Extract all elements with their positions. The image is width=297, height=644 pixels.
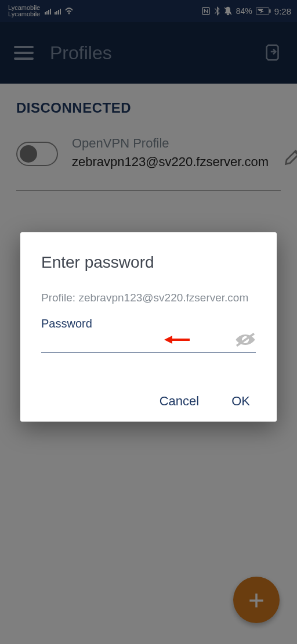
password-input[interactable] <box>41 332 235 350</box>
password-dialog: Enter password Profile: zebravpn123@sv22… <box>20 232 277 422</box>
modal-overlay[interactable]: Enter password Profile: zebravpn123@sv22… <box>0 0 297 644</box>
dialog-subtitle: Profile: zebravpn123@sv220.fzserver.com <box>41 292 256 304</box>
toggle-visibility-icon[interactable] <box>235 332 256 350</box>
dialog-title: Enter password <box>41 253 256 272</box>
password-label: Password <box>41 317 256 330</box>
cancel-button[interactable]: Cancel <box>160 394 199 409</box>
ok-button[interactable]: OK <box>231 394 250 409</box>
